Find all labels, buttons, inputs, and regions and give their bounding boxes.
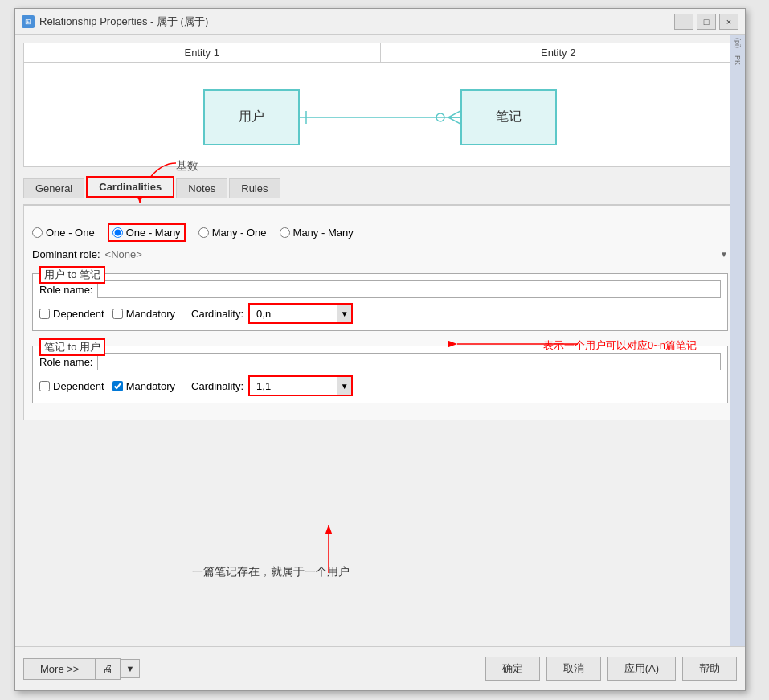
dominant-role-row: Dominant role: <None> ▼ [32, 248, 728, 260]
section1-cardinality-group: Cardinality: 0,n ▼ [191, 303, 353, 324]
section1-box: 用户 to 笔记 Role name: Dependent Mandatory [32, 273, 728, 331]
section1-mandatory-checkbox[interactable] [112, 309, 123, 319]
section1-label: 用户 to 笔记 [39, 266, 105, 284]
radio-one-many-label: One - Many [126, 227, 181, 239]
section1-checkbox-row: Dependent Mandatory Cardinality: 0,n ▼ [39, 303, 721, 324]
radio-one-one-input[interactable] [32, 227, 43, 238]
section2-box: 笔记 to 用户 Role name: Dependent Mandatory [32, 346, 728, 403]
section1-role-name-row: Role name: [39, 280, 721, 298]
section2-dropdown-arrow[interactable]: ▼ [337, 377, 351, 395]
connector-svg [300, 101, 460, 133]
section1-dependent-label: Dependent [53, 308, 104, 320]
dominant-role-value: <None> [105, 248, 142, 260]
cardinalities-content: One - One One - Many Many - One Many - M… [23, 205, 737, 420]
section2-mandatory-checkbox[interactable] [112, 381, 123, 391]
cardinality-annotation: 基数 [176, 159, 198, 174]
right-panel: (pi) _PK [730, 35, 745, 646]
help-button[interactable]: 帮助 [682, 657, 737, 681]
radio-many-one-label: Many - One [212, 227, 267, 239]
section1-role-name-input[interactable] [97, 280, 721, 298]
print-dropdown-button[interactable]: ▼ [121, 659, 140, 678]
section2-dependent-label: Dependent [53, 380, 104, 392]
section2-cardinality-group: Cardinality: 1,1 ▼ [191, 375, 353, 396]
dominant-role-label: Dominant role: [32, 248, 100, 260]
section1-dependent-checkbox[interactable] [39, 309, 50, 319]
entity1-label: 用户 [239, 108, 264, 125]
entity1-header: Entity 1 [24, 43, 381, 62]
section2-cardinality-label: Cardinality: [191, 380, 243, 392]
apply-button[interactable]: 应用(A) [607, 657, 676, 681]
right-panel-item-pi: (pi) [734, 38, 742, 48]
cancel-button[interactable]: 取消 [546, 657, 601, 681]
section2-dependent-checkbox[interactable] [39, 381, 50, 391]
confirm-button[interactable]: 确定 [485, 657, 540, 681]
action-buttons: 确定 取消 应用(A) 帮助 [485, 657, 737, 681]
dialog-title: Relationship Properties - 属于 (属于) [39, 14, 208, 29]
right-panel-item-pk: _PK [734, 51, 742, 65]
entity1-box: 用户 [203, 89, 300, 145]
dialog-content: Entity 1 Entity 2 用户 [15, 35, 745, 690]
dropdown-arrow-dominant: ▼ [720, 250, 728, 259]
section2-mandatory-label: Mandatory [126, 380, 175, 392]
dialog-icon: ⊞ [22, 15, 35, 28]
svg-line-4 [448, 117, 460, 124]
section2-role-name-input[interactable] [97, 353, 721, 370]
maximize-button[interactable]: □ [697, 14, 716, 30]
section1-cardinality-label: Cardinality: [191, 308, 243, 320]
radio-one-one[interactable]: One - One [32, 227, 95, 239]
erd-container: 用户 [24, 68, 736, 166]
dialog-window: ⊞ Relationship Properties - 属于 (属于) — □ … [14, 8, 746, 691]
print-button[interactable]: 🖨 [96, 658, 121, 680]
entity2-label: 笔记 [496, 108, 522, 125]
tab-rules[interactable]: Rules [229, 178, 280, 198]
titlebar-left: ⊞ Relationship Properties - 属于 (属于) [22, 14, 208, 29]
user-note-annotation: 表示一个用户可以对应0~n篇笔记 [543, 338, 697, 353]
radio-many-many-input[interactable] [280, 227, 290, 238]
section1-mandatory[interactable]: Mandatory [112, 308, 175, 320]
note-user-annotation: 一篇笔记存在，就属于一个用户 [192, 565, 350, 579]
section2-cardinality-select[interactable]: 1,1 ▼ [248, 375, 353, 396]
section1-mandatory-label: Mandatory [126, 308, 175, 320]
section1-cardinality-select[interactable]: 0,n ▼ [248, 303, 353, 324]
radio-many-many-label: Many - Many [293, 227, 354, 239]
section2-dependent[interactable]: Dependent [39, 380, 104, 392]
tabs-area: General Cardinalities Notes Rules [23, 175, 737, 197]
titlebar-controls: — □ × [674, 14, 738, 30]
diagram-header: Entity 1 Entity 2 [24, 43, 736, 63]
section2-role-name-row: Role name: [39, 353, 721, 370]
tab-cardinalities[interactable]: Cardinalities [86, 176, 174, 198]
radio-one-many-highlight: One - Many [108, 223, 186, 242]
radio-many-many[interactable]: Many - Many [280, 227, 354, 239]
section1-dropdown-arrow[interactable]: ▼ [337, 305, 351, 322]
section2-cardinality-value: 1,1 [250, 379, 337, 394]
tab-notes[interactable]: Notes [176, 178, 227, 198]
close-button[interactable]: × [719, 14, 738, 30]
relationship-connector [300, 101, 460, 133]
diagram-area: Entity 1 Entity 2 用户 [23, 43, 737, 167]
section1-cardinality-value: 0,n [250, 306, 337, 321]
more-button-group: More >> 🖨 ▼ [23, 658, 140, 680]
radio-many-one[interactable]: Many - One [198, 227, 267, 239]
section2-mandatory[interactable]: Mandatory [112, 380, 175, 392]
section2-label: 笔记 to 用户 [39, 338, 105, 356]
titlebar: ⊞ Relationship Properties - 属于 (属于) — □ … [15, 9, 745, 35]
tab-general[interactable]: General [23, 178, 84, 198]
radio-one-many[interactable]: One - Many [112, 227, 181, 239]
bottom-bar: More >> 🖨 ▼ 确定 取消 应用(A) 帮助 [15, 646, 745, 690]
section1-role-name-label: Role name: [39, 284, 92, 296]
entity2-header: Entity 2 [381, 43, 737, 62]
more-button[interactable]: More >> [23, 658, 96, 680]
arrow-note-user [313, 509, 361, 573]
radio-many-one-input[interactable] [198, 227, 209, 238]
radio-one-many-input[interactable] [112, 227, 123, 238]
section2-checkbox-row: Dependent Mandatory Cardinality: 1,1 ▼ [39, 375, 721, 396]
section2-role-name-label: Role name: [39, 356, 92, 368]
radio-group: One - One One - Many Many - One Many - M… [32, 223, 728, 242]
svg-line-2 [448, 111, 460, 117]
minimize-button[interactable]: — [674, 14, 693, 30]
radio-one-one-label: One - One [46, 227, 95, 239]
entity2-box: 笔记 [460, 89, 557, 145]
section1-dependent[interactable]: Dependent [39, 308, 104, 320]
